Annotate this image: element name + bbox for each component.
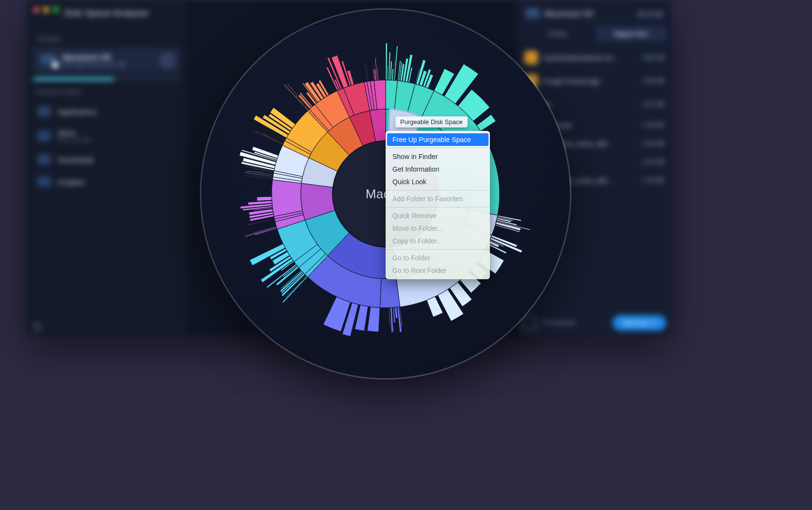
file-size: 3.62 GB xyxy=(643,54,664,61)
menu-item-add-folder-to-favorites: Add Folder to Favorites xyxy=(386,192,490,205)
file-size: 2.47 GB xyxy=(643,159,664,165)
remove-button[interactable]: Remove xyxy=(613,315,666,331)
context-menu[interactable]: Free Up Purgeable SpaceShow in FinderGet… xyxy=(386,131,490,279)
storage-card[interactable]: Macintosh HD 56.5 GB Free of 121 GB xyxy=(33,47,180,74)
sidebar-item-downloads[interactable]: Downloads xyxy=(27,148,187,171)
folder-icon xyxy=(37,154,51,165)
menu-item-quick-remove: Quick Remove xyxy=(386,209,490,222)
storage-name: Macintosh HD xyxy=(63,53,125,61)
menu-item-go-to-root-folder: Go to Root Folder xyxy=(386,264,490,277)
drive-icon xyxy=(40,55,57,66)
folder-icon xyxy=(37,176,51,187)
sidebar: Disk Space Analyzer Storages Macintosh H… xyxy=(27,0,187,335)
menu-item-quick-look[interactable]: Quick Look xyxy=(386,175,490,188)
settings-icon[interactable] xyxy=(33,323,41,331)
file-size: 2.47 GB xyxy=(643,101,664,108)
storage-subtitle: 56.5 GB Free of 121 GB xyxy=(63,61,125,68)
file-size: 2.99 GB xyxy=(643,78,664,84)
menu-item-show-in-finder[interactable]: Show in Finder xyxy=(386,150,490,163)
file-size: 2.19 GB xyxy=(643,122,664,128)
folder-icon xyxy=(37,130,51,141)
folder-icon xyxy=(37,106,51,117)
right-drive-size: 82.8 GB xyxy=(638,10,663,18)
menu-item-go-to-folder: Go to Folder xyxy=(386,252,490,264)
close-icon[interactable] xyxy=(33,7,39,13)
minimize-icon[interactable] xyxy=(43,7,49,13)
tab-biggest-files[interactable]: Biggest files xyxy=(596,26,666,41)
section-favorites: Favorite Folders xyxy=(27,80,187,100)
zoom-icon[interactable] xyxy=(53,7,59,13)
scan-button[interactable] xyxy=(161,54,174,67)
menu-item-get-information[interactable]: Get Information xyxy=(386,163,490,175)
context-menu-title: Purgeable Disk Space xyxy=(395,116,468,128)
magnifier-lens: MacBo Purgeable Disk Space Free Up Purge… xyxy=(201,10,570,378)
menu-item-move-to-folder: Move to Folder... xyxy=(386,222,490,235)
traffic-lights[interactable] xyxy=(33,7,59,13)
sidebar-item-applications[interactable]: Applications xyxy=(27,100,187,123)
sidebar-item-alexa[interactable]: alexaSize: 19.5 GB xyxy=(27,123,187,148)
menu-item-copy-to-folder: Copy to Folder... xyxy=(386,235,490,247)
file-size: 2.19 GB xyxy=(643,177,664,184)
file-size: 2.19 GB xyxy=(643,140,664,147)
sidebar-item-dropbox[interactable]: Dropbox xyxy=(27,171,187,193)
menu-item-free-up-purgeable-space[interactable]: Free Up Purgeable Space xyxy=(387,133,488,146)
section-storages: Storages xyxy=(27,27,187,47)
